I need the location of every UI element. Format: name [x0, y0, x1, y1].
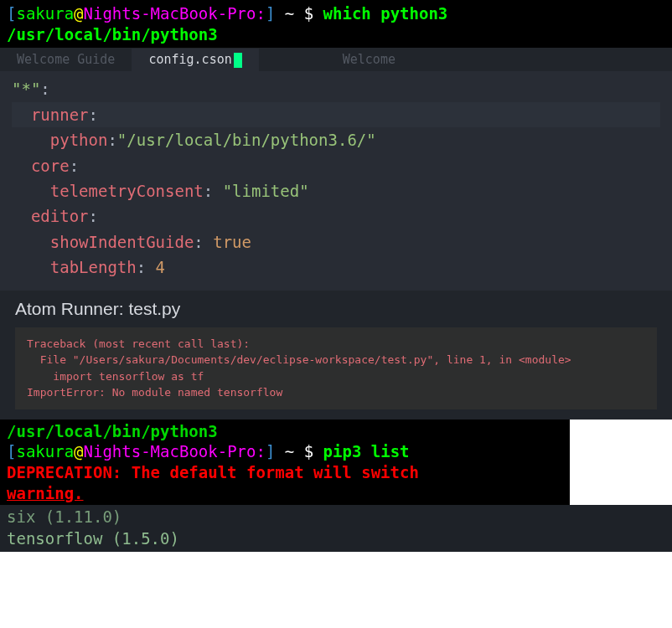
terminal-command: which python3 — [323, 4, 448, 23]
code-line: showIndentGuide: true — [12, 229, 660, 255]
terminal-prompt-line[interactable]: [sakura@Nights-MacBook-Pro:] ~ $ pip3 li… — [7, 441, 563, 462]
tab-welcome-guide[interactable]: Welcome Guide — [0, 49, 132, 70]
code-editor[interactable]: "*": runner: python:"/usr/local/bin/pyth… — [0, 71, 672, 290]
code-line: runner: — [12, 102, 660, 127]
pip-package: tensorflow (1.5.0) — [7, 528, 665, 550]
prompt-lbracket: [ — [7, 4, 16, 23]
prompt-user: sakura — [16, 442, 74, 461]
code-line: core: — [12, 153, 660, 178]
runner-output[interactable]: Traceback (most recent call last): File … — [15, 327, 657, 409]
prompt-dollar: $ — [294, 4, 323, 23]
prompt-dollar: $ — [294, 442, 323, 461]
terminal-prev-output: /usr/local/bin/python3 — [7, 421, 563, 442]
code-line: python:"/usr/local/bin/python3.6/" — [12, 127, 660, 152]
terminal-top: [sakura@Nights-MacBook-Pro:] ~ $ which p… — [0, 0, 672, 48]
prompt-rbracket: ] — [266, 4, 275, 23]
pip-list-output: six (1.11.0) tensorflow (1.5.0) — [0, 505, 672, 551]
prompt-cwd: ~ — [275, 4, 294, 23]
editor-area: Welcome Guide config.cson Welcome "*": r… — [0, 48, 672, 419]
prompt-host: Nights-MacBook-Pro: — [84, 4, 266, 23]
prompt-host: Nights-MacBook-Pro: — [84, 442, 266, 461]
runner-title: Atom Runner: test.py — [12, 292, 660, 327]
terminal-command: pip3 list — [323, 442, 410, 461]
terminal-output: /usr/local/bin/python3 — [7, 24, 665, 45]
terminal-bottom: /usr/local/bin/python3 [sakura@Nights-Ma… — [0, 420, 570, 506]
pip-package: six (1.11.0) — [7, 507, 665, 528]
tab-bar: Welcome Guide config.cson Welcome — [0, 48, 672, 71]
prompt-cwd: ~ — [275, 442, 294, 461]
prompt-lbracket: [ — [7, 442, 16, 461]
terminal-prompt-line[interactable]: [sakura@Nights-MacBook-Pro:] ~ $ which p… — [7, 3, 665, 24]
cursor-icon — [234, 53, 242, 68]
prompt-at: @ — [74, 442, 83, 461]
tab-welcome[interactable]: Welcome — [259, 49, 412, 70]
prompt-rbracket: ] — [266, 442, 275, 461]
atom-runner-panel: Atom Runner: test.py Traceback (most rec… — [0, 291, 672, 420]
code-line: editor: — [12, 203, 660, 229]
deprecation-line-1: DEPRECATION: The default format will swi… — [7, 462, 563, 483]
tab-config-cson[interactable]: config.cson — [132, 49, 258, 71]
prompt-user: sakura — [16, 4, 74, 23]
prompt-at: @ — [74, 4, 83, 23]
code-line: telemetryConsent: "limited" — [12, 178, 660, 203]
tab-label: config.cson — [148, 52, 231, 67]
deprecation-line-2: warning. — [7, 483, 563, 504]
code-line: "*": — [12, 76, 660, 101]
code-line: tabLength: 4 — [12, 255, 660, 280]
